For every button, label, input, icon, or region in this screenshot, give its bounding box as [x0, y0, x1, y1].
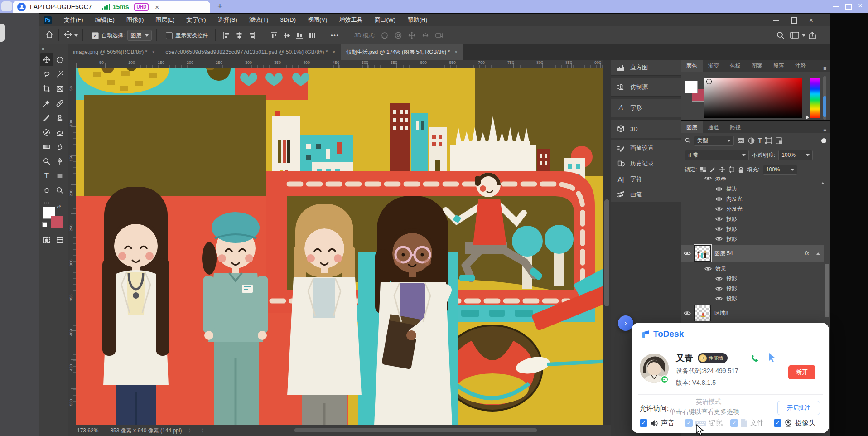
- remote-close-button[interactable]: ×: [858, 2, 863, 9]
- pen-tool[interactable]: [53, 155, 67, 168]
- tab-swatches[interactable]: 色板: [724, 60, 746, 72]
- sidebar-handle[interactable]: [0, 24, 5, 42]
- kbm-checkbox[interactable]: ✓: [685, 419, 693, 427]
- panel-clone-source[interactable]: 仿制源: [611, 78, 681, 96]
- menu-plugins[interactable]: 增效工具: [333, 14, 368, 26]
- status-collapse-icon[interactable]: 〈: [198, 427, 203, 435]
- align-middle-icon[interactable]: [280, 31, 293, 40]
- quick-selection-tool[interactable]: [53, 68, 67, 81]
- shape-tool[interactable]: [53, 170, 67, 182]
- history-brush-tool[interactable]: [40, 126, 53, 139]
- scroll-up-icon[interactable]: [821, 182, 825, 184]
- collapse-effects-icon[interactable]: [816, 252, 820, 255]
- menu-help[interactable]: 帮助(H): [401, 14, 433, 26]
- remote-minimize-button[interactable]: [833, 6, 839, 7]
- fx-drop-shadow-2[interactable]: 投影: [715, 224, 737, 234]
- filter-shape-icon[interactable]: [765, 137, 772, 144]
- swap-colors-icon[interactable]: ⇄: [57, 204, 61, 210]
- layer-name[interactable]: 图层 54: [714, 250, 733, 257]
- menu-image[interactable]: 图像(I): [121, 14, 149, 26]
- menu-file[interactable]: 文件(F): [58, 14, 89, 26]
- smudge-tool[interactable]: [53, 140, 67, 153]
- canvas-artwork[interactable]: [76, 68, 603, 425]
- type-tool[interactable]: T: [40, 170, 53, 182]
- lasso-tool[interactable]: [40, 68, 53, 81]
- remote-session-tab[interactable]: LAPTOP-UGDE5GC7 15ms UHD ×: [13, 1, 210, 13]
- filter-smart-object-icon[interactable]: [776, 137, 782, 144]
- tab-patterns[interactable]: 图案: [746, 60, 768, 72]
- move-tool-preset-icon[interactable]: [63, 30, 72, 41]
- clone-stamp-tool[interactable]: [53, 111, 67, 124]
- 3d-orbit-icon[interactable]: [378, 31, 391, 40]
- panel-character[interactable]: A| 字符: [611, 171, 681, 187]
- workspace-icon[interactable]: [787, 31, 802, 40]
- hand-tool[interactable]: [40, 184, 53, 197]
- fx-outer-glow[interactable]: 外发光: [715, 204, 743, 214]
- tab-layers[interactable]: 图层: [681, 121, 703, 133]
- visibility-icon[interactable]: [704, 177, 712, 180]
- menu-3d[interactable]: 3D(D): [274, 14, 302, 26]
- screen-mode-button[interactable]: [53, 234, 67, 247]
- tab-paths[interactable]: 路径: [724, 121, 746, 133]
- show-transform-checkbox[interactable]: ✓: [166, 32, 173, 39]
- layer-thumbnail[interactable]: [694, 245, 711, 262]
- lock-all-icon[interactable]: [738, 166, 744, 173]
- fx-drop-shadow-1[interactable]: 投影: [715, 214, 737, 224]
- tools-collapse-button[interactable]: «: [42, 46, 45, 52]
- panel-3d[interactable]: 3D: [611, 120, 681, 138]
- doc-tab-2[interactable]: c5e7c806589d59ad988225cd977d13b011.psd @…: [160, 44, 341, 60]
- tab-notes[interactable]: 注释: [790, 60, 811, 72]
- background-color-swatch[interactable]: [51, 216, 63, 228]
- align-left-icon[interactable]: [220, 31, 233, 40]
- panel-brushes[interactable]: 画笔: [611, 187, 681, 202]
- status-expand-icon[interactable]: 〉: [188, 427, 193, 435]
- 3d-slide-icon[interactable]: [419, 31, 432, 40]
- panel-brush-settings[interactable]: 画笔设置: [611, 140, 681, 156]
- tab-channels[interactable]: 通道: [703, 121, 724, 133]
- fx2-drop-shadow-3[interactable]: 投影: [715, 294, 737, 304]
- layer-effects-header-2[interactable]: 效果: [704, 264, 726, 274]
- todesk-collapse-handle[interactable]: ›: [618, 315, 633, 331]
- perm-camera[interactable]: ✓ 摄像头: [774, 419, 815, 427]
- ps-restore-button[interactable]: [791, 17, 797, 24]
- file-checkbox[interactable]: ✓: [730, 419, 738, 427]
- filter-toggle[interactable]: [821, 138, 826, 143]
- eyedropper-tool[interactable]: [40, 97, 53, 110]
- opacity-dropdown[interactable]: 100%: [778, 150, 813, 160]
- doc-tab-1[interactable]: image.png @ 505%(RGB/8#) * ×: [68, 44, 160, 60]
- distribute-icon[interactable]: [306, 31, 318, 40]
- fx-stroke[interactable]: 描边: [715, 184, 737, 194]
- perm-sound[interactable]: ✓ 声音: [640, 419, 675, 427]
- quick-mask-button[interactable]: [40, 234, 53, 247]
- canvas-horizontal-scrollbar[interactable]: [294, 428, 537, 432]
- default-colors-icon[interactable]: [42, 222, 47, 227]
- align-top-icon[interactable]: [268, 31, 280, 40]
- auto-select-checkbox[interactable]: ✓: [92, 32, 99, 39]
- filter-type-text-icon[interactable]: T: [758, 137, 762, 144]
- panel-scroll-slider[interactable]: [823, 76, 826, 120]
- doc-tab-3-active[interactable]: 假期生活.psd @ 174% (图层 54, RGB/8#) * ×: [341, 44, 463, 60]
- blend-mode-dropdown[interactable]: 正常: [685, 150, 749, 160]
- color-fg-swatch[interactable]: [685, 81, 698, 93]
- ps-close-button[interactable]: ×: [809, 16, 813, 24]
- brush-tool[interactable]: [40, 111, 53, 124]
- align-center-h-icon[interactable]: [233, 31, 246, 40]
- visibility-icon[interactable]: [684, 311, 691, 315]
- sound-checkbox[interactable]: ✓: [640, 419, 647, 427]
- menu-window[interactable]: 窗口(W): [368, 14, 401, 26]
- fx-badge[interactable]: fx: [805, 250, 809, 257]
- color-field[interactable]: [704, 78, 802, 118]
- fx-drop-shadow-3[interactable]: 投影: [715, 234, 737, 244]
- menu-edit[interactable]: 编辑(E): [89, 14, 121, 26]
- layer-row-area8[interactable]: 区域8: [681, 305, 824, 322]
- canvas-vertical-scrollbar[interactable]: [603, 60, 611, 425]
- tab-gradients[interactable]: 渐变: [703, 60, 724, 72]
- 3d-zoom-icon[interactable]: [432, 31, 446, 40]
- zoom-level[interactable]: 173.62%: [77, 427, 98, 434]
- zoom-tool[interactable]: [53, 184, 67, 197]
- workspace-chevron-icon[interactable]: [802, 34, 805, 37]
- color-panel-menu-icon[interactable]: ≡: [823, 65, 826, 72]
- browser-home-button[interactable]: [1, 1, 12, 11]
- auto-select-dropdown[interactable]: 图层: [127, 30, 152, 41]
- menu-filter[interactable]: 滤镜(T): [243, 14, 275, 26]
